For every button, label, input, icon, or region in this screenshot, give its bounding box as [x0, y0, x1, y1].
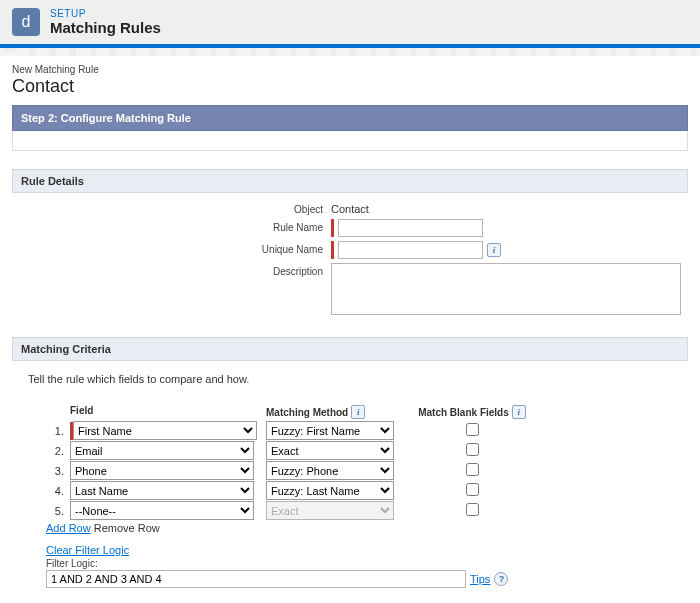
- required-indicator: [331, 219, 334, 237]
- row-number: 4.: [46, 485, 70, 497]
- clear-filter-link[interactable]: Clear Filter Logic: [46, 544, 129, 556]
- page-title: Matching Rules: [50, 19, 161, 36]
- matching-criteria-header: Matching Criteria: [12, 337, 688, 361]
- blank-col-label: Match Blank Fields: [418, 407, 509, 418]
- description-row: Description: [16, 263, 684, 315]
- page-heading: Contact: [12, 76, 688, 97]
- method-select[interactable]: Fuzzy: Phone: [266, 461, 394, 480]
- info-icon[interactable]: i: [351, 405, 365, 419]
- page-body: New Matching Rule Contact Step 2: Config…: [0, 56, 700, 603]
- criteria-head: Field Matching Methodi Match Blank Field…: [46, 405, 684, 419]
- header-text-block: SETUP Matching Rules: [50, 8, 161, 36]
- method-select[interactable]: Fuzzy: First Name: [266, 421, 394, 440]
- description-label: Description: [16, 263, 331, 277]
- remove-row-text: Remove Row: [94, 522, 160, 534]
- wave-divider: [0, 48, 700, 56]
- add-row-link[interactable]: Add Row: [46, 522, 91, 534]
- field-select[interactable]: Email: [70, 441, 254, 460]
- criteria-table: Field Matching Methodi Match Blank Field…: [46, 405, 684, 520]
- match-blank-checkbox[interactable]: [466, 423, 479, 436]
- method-select: Exact: [266, 501, 394, 520]
- match-blank-checkbox[interactable]: [466, 483, 479, 496]
- info-icon[interactable]: i: [487, 243, 501, 257]
- row-number: 1.: [46, 425, 70, 437]
- field-select[interactable]: First Name: [73, 421, 257, 440]
- row-links: Add Row Remove Row: [46, 522, 684, 534]
- rule-details-header: Rule Details: [12, 169, 688, 193]
- match-blank-checkbox[interactable]: [466, 503, 479, 516]
- method-select[interactable]: Exact: [266, 441, 394, 460]
- criteria-instructions: Tell the rule which fields to compare an…: [28, 373, 684, 385]
- method-col-label: Matching Method: [266, 407, 348, 418]
- match-blank-checkbox[interactable]: [466, 443, 479, 456]
- field-select[interactable]: --None--: [70, 501, 254, 520]
- criteria-row: 3.PhoneFuzzy: Phone: [46, 461, 684, 480]
- tips-link[interactable]: Tips: [470, 573, 490, 585]
- criteria-row: 1.First NameFuzzy: First Name: [46, 421, 684, 440]
- matching-criteria-body: Tell the rule which fields to compare an…: [12, 361, 688, 603]
- top-header: d SETUP Matching Rules: [0, 0, 700, 48]
- object-row: Object Contact: [16, 201, 684, 215]
- filter-logic-input[interactable]: [46, 570, 466, 588]
- criteria-row: 4.Last NameFuzzy: Last Name: [46, 481, 684, 500]
- match-blank-checkbox[interactable]: [466, 463, 479, 476]
- unique-name-row: Unique Name i: [16, 241, 684, 259]
- step-bar: Step 2: Configure Matching Rule: [12, 105, 688, 131]
- object-label: Object: [16, 201, 331, 215]
- field-col-label: Field: [70, 405, 266, 416]
- criteria-row: 5.--None--Exact: [46, 501, 684, 520]
- description-textarea[interactable]: [331, 263, 681, 315]
- required-indicator: [331, 241, 334, 259]
- rule-name-input[interactable]: [338, 219, 483, 237]
- method-select[interactable]: Fuzzy: Last Name: [266, 481, 394, 500]
- rule-name-label: Rule Name: [16, 219, 331, 233]
- object-value: Contact: [331, 201, 369, 215]
- field-select[interactable]: Last Name: [70, 481, 254, 500]
- criteria-row: 2.EmailExact: [46, 441, 684, 460]
- info-icon[interactable]: i: [512, 405, 526, 419]
- rule-details-body: Object Contact Rule Name Unique Name i D…: [12, 193, 688, 337]
- row-number: 5.: [46, 505, 70, 517]
- unique-name-input[interactable]: [338, 241, 483, 259]
- field-select[interactable]: Phone: [70, 461, 254, 480]
- row-number: 3.: [46, 465, 70, 477]
- setup-label: SETUP: [50, 8, 161, 19]
- step-spacer: [12, 131, 688, 151]
- app-icon: d: [12, 8, 40, 36]
- filter-logic-label: Filter Logic:: [46, 558, 684, 569]
- unique-name-label: Unique Name: [16, 241, 331, 255]
- row-number: 2.: [46, 445, 70, 457]
- rule-name-row: Rule Name: [16, 219, 684, 237]
- help-icon[interactable]: ?: [494, 572, 508, 586]
- filter-section: Clear Filter Logic Filter Logic: Tips ?: [46, 544, 684, 588]
- breadcrumb: New Matching Rule: [12, 64, 688, 75]
